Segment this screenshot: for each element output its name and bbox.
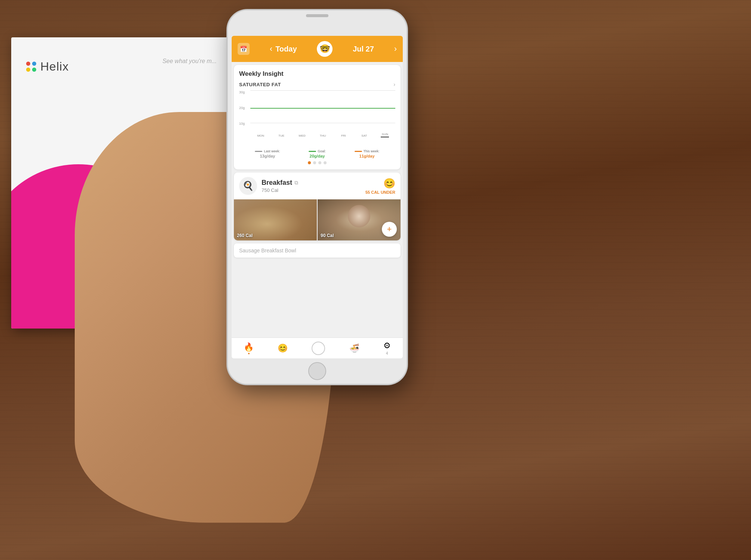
food-2-calories: 90 Cal [321,233,334,238]
breakfast-emoji: 🍳 [242,181,254,191]
dot-3[interactable] [318,161,321,164]
avatar[interactable]: 🤓 [317,41,333,57]
chart-bars-area: MON TUE WED [250,90,395,137]
y-label-30g: 30g [239,90,250,94]
bar-mon-label: MON [257,134,264,137]
legend-last-week-label: Last week: [264,149,280,153]
bar-thu: THU [312,133,333,137]
phone-screen: 📅 ‹ Today 🤓 Jul 27 › Weekly Insight SATU… [232,36,403,358]
app-header: 📅 ‹ Today 🤓 Jul 27 › [232,36,403,62]
flame-icon: 🔥 [244,342,254,352]
bowl-icon: 🍜 [349,343,359,353]
nav-next-button[interactable]: › [394,44,397,54]
legend-goal-line: Goal: [309,149,326,153]
this-week-line-icon [355,151,362,152]
legend-this-week-label: This week: [364,149,380,153]
header-today-label: Today [275,45,297,53]
legend-last-week: Last week: 13g/day [255,149,280,158]
dot-green [32,68,36,72]
settings-badge: 4 [386,351,388,355]
legend-this-week: This week: 11g/day [355,149,380,158]
copy-icon[interactable]: ⧉ [294,180,298,186]
bar-tue-label: TUE [278,134,284,137]
nav-item-track[interactable] [312,342,325,355]
dot-1-active[interactable] [308,161,311,164]
booklet-tagline: See what you're m... [163,58,217,65]
brand-name: Helix [40,60,69,74]
legend-last-week-value: 13g/day [260,154,275,158]
food-1-calories: 260 Cal [237,233,253,238]
bar-sun: SUN [375,132,395,137]
search-area[interactable]: Sausage Breakfast Bowl [234,243,401,258]
bar-fri: FRI [333,133,354,137]
legend-last-week-line: Last week: [255,149,280,153]
breakfast-card: 🍳 Breakfast ⧉ 750 Cal 😊 55 CAL UNDE [234,172,401,240]
food-image-1[interactable]: 260 Cal [234,199,317,240]
y-label-20g: 20g [239,106,250,110]
insight-title: Weekly Insight [239,70,395,78]
bar-wed-label: WED [299,134,306,137]
meal-calories: 750 Cal [262,187,361,193]
calendar-icon[interactable]: 📅 [238,43,250,55]
bars-row: MON TUE WED [250,90,395,137]
breakfast-header: 🍳 Breakfast ⧉ 750 Cal 😊 55 CAL UNDE [234,172,401,199]
legend-goal-label: Goal: [318,149,326,153]
nav-item-insights[interactable]: 😊 [278,343,288,353]
home-button[interactable] [308,362,326,380]
bar-fri-label: FRI [341,134,346,137]
meal-smiley-icon: 😊 [365,178,395,189]
chart-title: SATURATED FAT [239,82,281,87]
nav-item-recipes[interactable]: 🍜 [349,343,359,353]
legend-this-week-line: This week: [355,149,380,153]
bar-mon: MON [250,133,271,137]
meal-info: Breakfast ⧉ 750 Cal [262,179,361,193]
add-food-button[interactable]: + [382,222,397,237]
nav-prev-button[interactable]: ‹ [270,44,272,54]
bar-wed: WED [292,133,312,137]
chart-header: SATURATED FAT › [239,81,395,87]
phone-device: 📅 ‹ Today 🤓 Jul 27 › Weekly Insight SATU… [228,10,407,384]
page-dots-indicator [239,161,395,164]
bar-sun-underline [381,137,389,137]
meal-name-row: Breakfast ⧉ [262,179,361,187]
last-week-line-icon [255,151,262,152]
nav-active-dot [248,353,250,354]
dot-4[interactable] [324,161,327,164]
add-icon: + [387,224,392,234]
bar-sun-label: SUN [382,133,388,136]
booklet-logo: Helix [26,60,69,74]
goal-line-icon [309,151,316,152]
phone-top-bar [228,10,407,21]
cal-under-text: UNDER [381,190,395,195]
search-placeholder: Sausage Breakfast Bowl [239,248,296,253]
chart-y-axis: 10g 20g 30g [239,90,250,137]
phone-bottom-bar [228,358,407,384]
nav-item-settings[interactable]: ⚙ 4 [383,341,391,355]
bar-chart: 10g 20g 30g MON [239,90,395,146]
meal-status: 😊 55 CAL UNDER [365,178,395,195]
avatar-emoji: 🤓 [320,44,330,54]
bar-thu-label: THU [320,134,326,137]
app-content: 📅 ‹ Today 🤓 Jul 27 › Weekly Insight SATU… [232,36,403,358]
settings-icon: ⚙ [383,341,391,351]
bar-sat-label: SAT [361,134,367,137]
dot-red [26,62,30,66]
chart-arrow-icon[interactable]: › [393,81,395,87]
track-circle-icon [312,342,325,355]
legend-goal: Goal: 20g/day [309,149,326,158]
bottom-navigation: 🔥 😊 🍜 ⚙ 4 [232,337,403,358]
chart-legend: Last week: 13g/day Goal: 20g/day [239,149,395,158]
header-navigation: ‹ Today [270,44,297,54]
meal-name: Breakfast [262,179,292,187]
meal-icon: 🍳 [239,177,257,195]
cal-under-label: 55 CAL UNDER [365,190,395,195]
dot-2[interactable] [313,161,316,164]
dot-blue [32,62,36,66]
y-label-10g: 10g [239,122,250,125]
dot-yellow [26,68,30,72]
bar-tue: TUE [271,133,291,137]
legend-this-week-value: 11g/day [359,154,375,158]
nav-item-diary[interactable]: 🔥 [244,342,254,354]
weekly-insight-card: Weekly Insight SATURATED FAT › 10g 20g 3… [234,65,401,169]
phone-speaker [306,14,328,17]
